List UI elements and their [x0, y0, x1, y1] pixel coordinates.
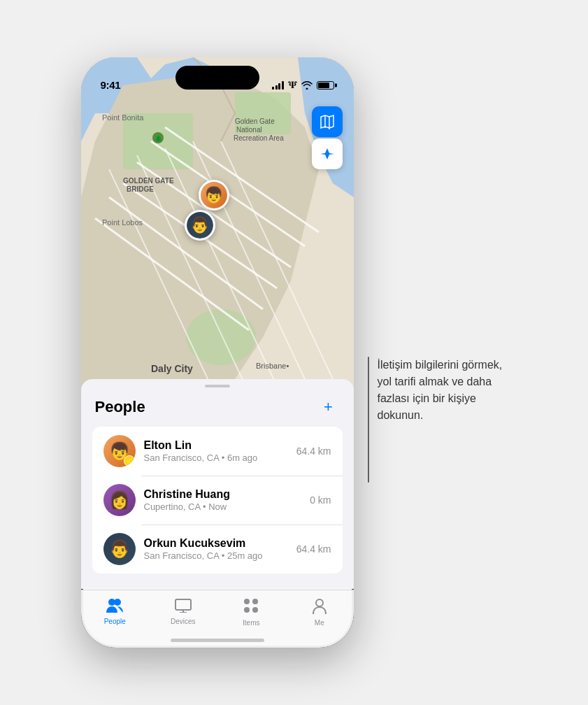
annotation: İletişim bilgilerini görmek, yol tarifi … [368, 351, 508, 488]
svg-text:Point Lobos: Point Lobos [102, 218, 143, 227]
svg-text:BRIDGE: BRIDGE [127, 185, 154, 193]
sheet-handle [205, 385, 230, 387]
tab-me[interactable]: Me [285, 597, 354, 627]
svg-point-42 [316, 599, 323, 606]
person-info: Elton Lin San Francisco, CA • 6m ago [144, 439, 288, 463]
svg-text:Brisbane•: Brisbane• [256, 362, 289, 370]
annotation-text: İletişim bilgilerini görmek, yol tarifi … [378, 357, 508, 483]
person-pin-2[interactable]: 👨 [185, 210, 215, 241]
svg-point-3 [186, 309, 256, 365]
svg-point-41 [252, 607, 258, 613]
items-tab-icon [243, 597, 259, 617]
status-icons: 𝚿 [272, 79, 334, 91]
people-list: 👦 ⭐ Elton Lin San Francisco, CA • 6m ago… [92, 427, 343, 574]
dynamic-island [175, 66, 259, 90]
tab-items[interactable]: Items [217, 597, 286, 627]
wifi-icon [301, 81, 313, 90]
svg-point-38 [244, 599, 250, 604]
person-name: Elton Lin [144, 439, 288, 452]
tab-devices[interactable]: Devices [149, 597, 217, 625]
person-location: San Francisco, CA • 6m ago [144, 453, 288, 463]
signal-icon [272, 81, 284, 90]
add-button[interactable]: + [317, 396, 340, 418]
annotation-bracket-line [368, 357, 369, 483]
person-row[interactable]: 👦 ⭐ Elton Lin San Francisco, CA • 6m ago… [92, 427, 343, 476]
svg-text:Daly City: Daly City [151, 363, 193, 374]
svg-point-39 [252, 599, 258, 604]
person-location: San Francisco, CA • 25m ago [144, 550, 288, 561]
map-controls [312, 106, 343, 169]
person-row[interactable]: 👩 Christine Huang Cupertino, CA • Now 0 … [92, 476, 343, 525]
person-location: Cupertino, CA • Now [144, 501, 302, 512]
person-distance: 64.4 km [296, 446, 331, 457]
svg-text:Recreation Area: Recreation Area [234, 134, 284, 142]
bottom-sheet: People + 👦 ⭐ Elton Lin San Francisco, CA… [81, 379, 354, 589]
person-row[interactable]: 👨 Orkun Kucuksevim San Francisco, CA • 2… [92, 525, 343, 574]
home-indicator [171, 639, 264, 642]
avatar: 👦 ⭐ [103, 435, 136, 467]
svg-text:Golden Gate: Golden Gate [235, 118, 275, 125]
svg-text:National: National [236, 126, 262, 134]
avatar: 👩 [103, 484, 136, 516]
tab-me-label: Me [315, 619, 324, 627]
map-area[interactable]: Point Bonita GOLDEN GATE BRIDGE Golden G… [81, 57, 354, 435]
tab-people-label: People [104, 618, 126, 625]
svg-rect-35 [175, 599, 191, 610]
tab-items-label: Items [243, 619, 259, 627]
wifi-icon: 𝚿 [288, 79, 297, 91]
location-button[interactable] [312, 138, 343, 169]
tab-people[interactable]: People [81, 597, 150, 625]
person-name: Orkun Kucuksevim [144, 537, 288, 550]
person-distance: 64.4 km [296, 543, 331, 555]
me-tab-icon [312, 597, 327, 617]
devices-tab-icon [174, 597, 192, 615]
tab-devices-label: Devices [171, 618, 196, 625]
person-name: Christine Huang [144, 488, 302, 501]
sheet-title: People [95, 398, 145, 416]
person-distance: 0 km [310, 494, 331, 506]
person-pin-1[interactable]: 👦 [199, 180, 229, 211]
phone-frame: 9:41 𝚿 [81, 57, 354, 648]
map-type-button[interactable] [312, 106, 343, 137]
sheet-header: People + [81, 393, 354, 427]
svg-text:GOLDEN GATE: GOLDEN GATE [123, 177, 174, 185]
person-info: Orkun Kucuksevim San Francisco, CA • 25m… [144, 537, 288, 561]
status-time: 9:41 [101, 79, 121, 91]
avatar: 👨 [103, 533, 136, 565]
svg-point-40 [244, 607, 250, 613]
svg-point-34 [114, 599, 121, 606]
svg-text:Point Bonita: Point Bonita [102, 113, 144, 122]
svg-text:🌲: 🌲 [154, 134, 162, 143]
people-tab-icon [105, 597, 124, 615]
star-badge: ⭐ [124, 455, 135, 467]
person-info: Christine Huang Cupertino, CA • Now [144, 488, 302, 512]
battery-icon [317, 81, 334, 90]
